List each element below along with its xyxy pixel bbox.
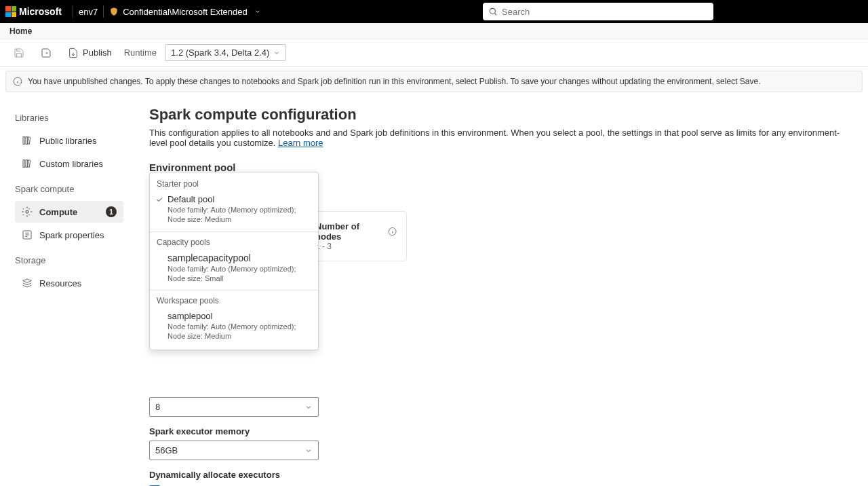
info-icon — [13, 77, 22, 86]
dropdown-option-samplepool[interactable]: samplepool Node family: Auto (Memory opt… — [150, 308, 318, 347]
chevron-down-icon — [254, 8, 261, 15]
option-subtitle: Node family: Auto (Memory optimized); No… — [167, 322, 311, 341]
exec-memory-label: Spark executor memory — [149, 426, 848, 436]
sidebar-item-public-libraries[interactable]: Public libraries — [15, 130, 123, 151]
sidebar-item-resources[interactable]: Resources — [15, 272, 123, 294]
num-nodes-label: Number of nodes — [315, 221, 397, 242]
dropdown-group-starter: Starter pool — [150, 175, 318, 191]
svg-rect-4 — [23, 160, 25, 168]
cores-row: 8 — [149, 397, 848, 417]
cores-select[interactable]: 8 — [149, 397, 319, 417]
search-input[interactable] — [502, 7, 708, 17]
option-title: Default pool — [167, 194, 311, 204]
content: Spark compute configuration This configu… — [129, 92, 868, 486]
publish-label: Publish — [83, 48, 112, 58]
exec-memory-value: 56GB — [155, 445, 178, 455]
sidebar-section-storage: Storage — [15, 255, 129, 265]
runtime-label: Runtime — [124, 48, 157, 58]
discard-button[interactable] — [37, 45, 56, 61]
num-nodes-value: 1 - 3 — [315, 242, 397, 251]
sidebar-item-label: Compute — [39, 207, 77, 217]
microsoft-squares-icon — [5, 6, 16, 17]
dyn-alloc-label: Dynamically allocate executors — [149, 470, 848, 480]
option-title: samplepool — [167, 311, 311, 321]
secondary-nav: Home — [0, 23, 868, 39]
sidebar-item-label: Custom libraries — [39, 159, 103, 169]
divider — [150, 290, 318, 291]
info-bar: You have unpublished changes. To apply t… — [5, 71, 863, 92]
main-layout: Libraries Public libraries Custom librar… — [0, 92, 868, 486]
svg-point-6 — [26, 210, 28, 213]
exec-memory-select[interactable]: 56GB — [149, 441, 319, 460]
sidebar-item-label: Public libraries — [39, 136, 97, 146]
sidebar: Libraries Public libraries Custom librar… — [0, 92, 129, 486]
dyn-alloc-row: Dynamically allocate executors Enable dy… — [149, 470, 848, 486]
chevron-down-icon — [304, 447, 313, 455]
sensitivity-text: Confidential\Microsoft Extended — [123, 7, 248, 17]
sidebar-section-spark-compute: Spark compute — [15, 184, 129, 194]
save-button[interactable] — [9, 45, 28, 61]
page-description: This configuration applies to all notebo… — [149, 128, 848, 148]
divider — [103, 5, 104, 18]
library-icon — [22, 135, 33, 146]
svg-rect-3 — [26, 137, 28, 145]
sidebar-item-label: Spark properties — [39, 230, 104, 240]
microsoft-logo[interactable]: Microsoft — [5, 6, 62, 17]
sidebar-item-spark-properties[interactable]: Spark properties — [15, 224, 123, 246]
dropdown-option-default-pool[interactable]: Default pool Node family: Auto (Memory o… — [150, 191, 318, 230]
learn-more-link[interactable]: Learn more — [278, 138, 323, 148]
brand-text: Microsoft — [19, 6, 62, 17]
check-icon — [155, 195, 163, 204]
discard-icon — [41, 48, 52, 58]
divider — [73, 5, 73, 18]
environment-name[interactable]: env7 — [79, 7, 98, 17]
publish-icon — [68, 48, 79, 58]
sidebar-item-compute[interactable]: Compute 1 — [15, 201, 123, 223]
cores-value: 8 — [155, 402, 160, 412]
sensitivity-label[interactable]: Confidential\Microsoft Extended — [109, 7, 261, 17]
chevron-down-icon — [273, 50, 280, 56]
sidebar-item-label: Resources — [39, 278, 81, 288]
resources-icon — [22, 278, 33, 288]
pool-dropdown-panel: Starter pool Default pool Node family: A… — [149, 172, 319, 350]
publish-button[interactable]: Publish — [64, 45, 116, 61]
properties-icon — [22, 229, 33, 240]
top-header: Microsoft env7 Confidential\Microsoft Ex… — [0, 0, 868, 23]
chevron-down-icon — [304, 403, 313, 411]
runtime-value: 1.2 (Spark 3.4, Delta 2.4) — [171, 48, 269, 58]
dropdown-option-samplecapacitypool[interactable]: samplecapacitypool Node family: Auto (Me… — [150, 250, 318, 289]
option-subtitle: Node family: Auto (Memory optimized); No… — [167, 264, 311, 284]
divider — [150, 231, 318, 232]
gear-icon — [22, 206, 33, 217]
badge-count: 1 — [106, 206, 117, 217]
dropdown-group-workspace: Workspace pools — [150, 292, 318, 308]
runtime-dropdown[interactable]: 1.2 (Spark 3.4, Delta 2.4) — [165, 44, 286, 61]
svg-point-0 — [490, 8, 495, 14]
sidebar-section-libraries: Libraries — [15, 113, 129, 123]
search-icon — [488, 7, 498, 16]
sidebar-item-custom-libraries[interactable]: Custom libraries — [15, 153, 123, 174]
exec-memory-row: Spark executor memory 56GB — [149, 426, 848, 460]
dropdown-group-capacity: Capacity pools — [150, 233, 318, 250]
page-title: Spark compute configuration — [149, 106, 848, 124]
option-subtitle: Node family: Auto (Memory optimized); No… — [167, 205, 311, 225]
shield-icon — [109, 7, 119, 16]
toolbar: Publish Runtime 1.2 (Spark 3.4, Delta 2.… — [0, 39, 868, 67]
option-title: samplecapacitypool — [167, 253, 311, 263]
save-icon — [14, 48, 24, 58]
nav-home[interactable]: Home — [9, 26, 32, 36]
svg-rect-5 — [26, 160, 28, 168]
svg-rect-2 — [23, 137, 25, 145]
library-icon — [22, 158, 33, 169]
info-icon[interactable] — [388, 227, 397, 236]
info-text: You have unpublished changes. To apply t… — [28, 77, 761, 86]
search-box[interactable] — [483, 3, 713, 20]
